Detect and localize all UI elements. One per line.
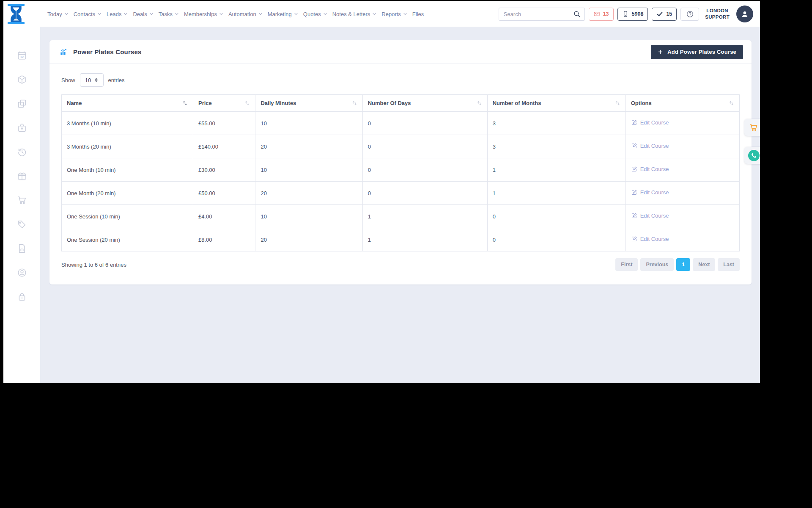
column-header-number-of-days[interactable]: Number Of Days <box>362 95 487 112</box>
chevron-down-icon <box>97 12 102 16</box>
sort-icon <box>181 100 188 106</box>
column-label: Name <box>67 100 181 106</box>
edit-course-link[interactable]: Edit Course <box>631 189 669 196</box>
main-nav: TodayContactsLeadsDealsTasksMembershipsA… <box>47 11 424 17</box>
cell-number_of_days: 0 <box>362 182 487 205</box>
page-length-select[interactable]: 10 <box>80 73 104 87</box>
cell-price: £55.00 <box>193 112 255 135</box>
nav-item-label: Reports <box>381 11 401 17</box>
edit-course-label: Edit Course <box>640 119 669 126</box>
sidebar-item-package[interactable] <box>17 75 27 85</box>
sidebar-item-bag[interactable] <box>17 123 27 133</box>
history-icon <box>17 147 27 157</box>
nav-item-notes-letters[interactable]: Notes & Letters <box>332 11 377 17</box>
nav-item-label: Leads <box>107 11 121 17</box>
column-label: Options <box>631 100 728 106</box>
edit-course-link[interactable]: Edit Course <box>631 213 669 219</box>
page-button-next[interactable]: Next <box>693 258 715 271</box>
cell-price: £4.00 <box>193 205 255 228</box>
cell-name: One Month (20 min) <box>62 182 193 205</box>
edit-course-link[interactable]: Edit Course <box>631 166 669 172</box>
show-label: Show <box>61 77 75 83</box>
nav-item-today[interactable]: Today <box>47 11 69 17</box>
report-icon <box>17 243 27 254</box>
page-button-1[interactable]: 1 <box>676 258 690 271</box>
page-button-first[interactable]: First <box>615 258 638 271</box>
app-window: TodayContactsLeadsDealsTasksMembershipsA… <box>3 1 760 383</box>
edit-icon <box>631 166 637 172</box>
search-input[interactable] <box>503 11 573 18</box>
edit-course-label: Edit Course <box>640 143 669 149</box>
page-button-last[interactable]: Last <box>718 258 740 271</box>
nav-item-quotes[interactable]: Quotes <box>303 11 327 17</box>
cell-price: £8.00 <box>193 228 255 251</box>
nav-item-label: Notes & Letters <box>332 11 370 17</box>
entries-summary: Showing 1 to 6 of 6 entries <box>61 262 126 268</box>
cell-number_of_days: 0 <box>362 158 487 182</box>
column-header-name[interactable]: Name <box>62 95 193 112</box>
cell-number_of_days: 0 <box>362 112 487 135</box>
nav-item-label: Marketing <box>268 11 292 17</box>
tasks-badge[interactable]: 15 <box>652 8 677 21</box>
add-button-label: Add Power Plates Course <box>667 49 736 55</box>
nav-item-marketing[interactable]: Marketing <box>268 11 298 17</box>
mail-badge[interactable]: 13 <box>589 8 614 21</box>
column-header-options[interactable]: Options <box>625 95 739 112</box>
sidebar-item-account[interactable] <box>17 268 27 278</box>
cell-daily_minutes: 10 <box>255 205 362 228</box>
edit-course-link[interactable]: Edit Course <box>631 119 669 126</box>
badge-count: 5908 <box>632 11 644 17</box>
badge-count: 15 <box>666 11 672 17</box>
sidebar-item-gift[interactable] <box>17 171 27 181</box>
edit-course-label: Edit Course <box>640 166 669 172</box>
mobile-icon <box>622 11 629 17</box>
nav-item-reports[interactable]: Reports <box>381 11 407 17</box>
cell-number_of_months: 3 <box>487 135 625 158</box>
search-box <box>499 8 585 21</box>
nav-item-tasks[interactable]: Tasks <box>159 11 179 17</box>
edit-icon <box>631 143 637 149</box>
floating-phone-button[interactable] <box>744 147 760 164</box>
courses-card: Power Plates Courses Add Power Plates Co… <box>49 40 752 284</box>
mobile-badge[interactable]: 5908 <box>617 8 648 21</box>
nav-item-deals[interactable]: Deals <box>133 11 153 17</box>
edit-course-link[interactable]: Edit Course <box>631 143 669 149</box>
sidebar-item-tag[interactable] <box>17 219 27 229</box>
nav-item-label: Files <box>412 11 424 17</box>
sidebar-item-cart[interactable] <box>17 195 27 205</box>
sidebar-item-calendar[interactable]: 12 <box>17 50 27 61</box>
account-name-line2: SUPPORT <box>705 14 730 20</box>
circle-question-icon <box>686 10 694 18</box>
column-header-number-of-months[interactable]: Number of Months <box>487 95 625 112</box>
main-content: Power Plates Courses Add Power Plates Co… <box>40 27 760 383</box>
cell-name: 3 Months (20 min) <box>62 135 193 158</box>
nav-item-contacts[interactable]: Contacts <box>74 11 102 17</box>
sidebar-item-lock[interactable] <box>17 292 27 302</box>
nav-item-leads[interactable]: Leads <box>107 11 128 17</box>
nav-item-label: Today <box>47 11 62 17</box>
nav-item-files[interactable]: Files <box>412 11 424 17</box>
nav-item-memberships[interactable]: Memberships <box>184 11 223 17</box>
column-header-daily-minutes[interactable]: Daily Minutes <box>255 95 362 112</box>
app-logo[interactable] <box>8 3 25 25</box>
table-row: 3 Months (10 min)£55.001003Edit Course <box>62 112 740 135</box>
nav-item-automation[interactable]: Automation <box>228 11 263 17</box>
cell-daily_minutes: 20 <box>255 135 362 158</box>
floating-cart-button[interactable] <box>744 119 760 136</box>
chevron-down-icon <box>175 12 179 16</box>
search-icon[interactable] <box>573 10 581 18</box>
cell-number_of_months: 0 <box>487 205 625 228</box>
edit-course-link[interactable]: Edit Course <box>631 236 669 242</box>
column-header-price[interactable]: Price <box>193 95 255 112</box>
page-button-previous[interactable]: Previous <box>640 258 674 271</box>
pagination: FirstPrevious1NextLast <box>615 258 740 271</box>
sidebar-item-report[interactable] <box>17 243 27 254</box>
sidebar-item-history[interactable] <box>17 147 27 157</box>
help-button[interactable] <box>680 8 699 21</box>
sidebar-item-duplicate[interactable] <box>17 99 27 109</box>
avatar[interactable] <box>736 6 753 22</box>
edit-icon <box>631 189 637 196</box>
edit-course-label: Edit Course <box>640 213 669 219</box>
cell-number_of_days: 0 <box>362 135 487 158</box>
add-power-plates-course-button[interactable]: Add Power Plates Course <box>651 45 743 59</box>
